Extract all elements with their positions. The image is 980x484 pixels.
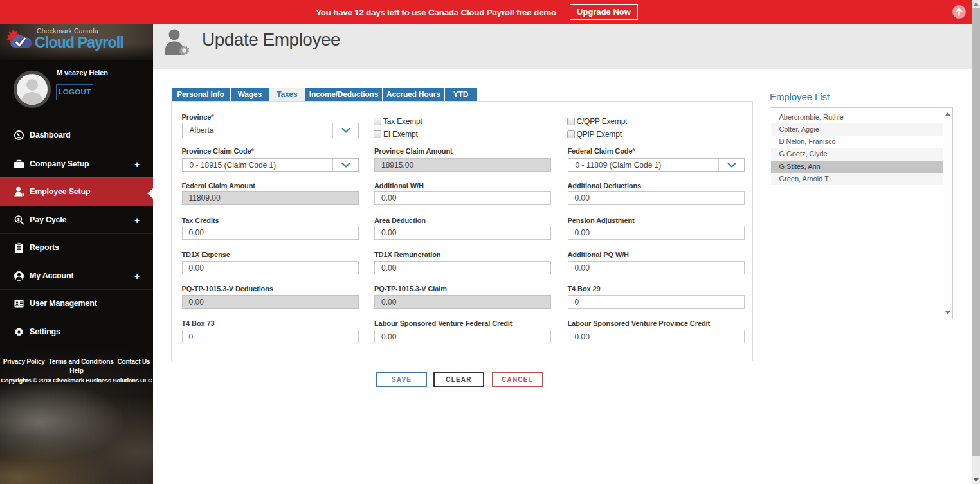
svg-text:$: $ (17, 216, 20, 222)
